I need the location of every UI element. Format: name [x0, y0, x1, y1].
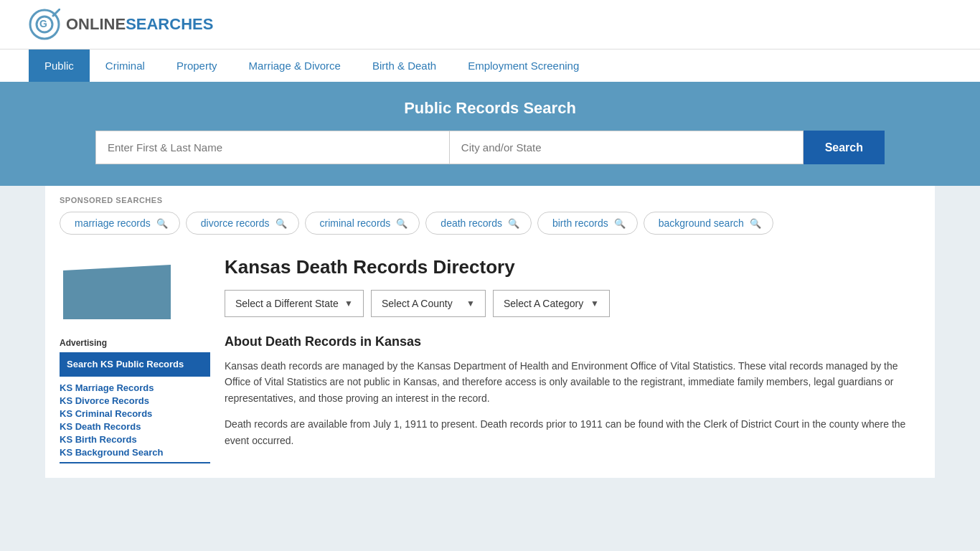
search-button[interactable]: Search: [804, 131, 885, 164]
sponsored-label: SPONSORED SEARCHES: [60, 196, 920, 204]
svg-text:G: G: [39, 18, 47, 29]
pill-background-text: background search: [659, 217, 744, 229]
state-dropdown-arrow: ▼: [344, 298, 353, 309]
logo-text: ONLINESEARCHES: [66, 15, 213, 34]
pill-criminal-text: criminal records: [320, 217, 391, 229]
advertising-label: Advertising: [60, 338, 210, 348]
nav-item-public[interactable]: Public: [29, 50, 90, 82]
pill-birth-records[interactable]: birth records 🔍: [537, 212, 638, 235]
ad-divider: [60, 462, 210, 463]
search-icon-criminal: 🔍: [396, 218, 407, 229]
sponsored-section: SPONSORED SEARCHES marriage records 🔍 di…: [45, 186, 935, 242]
svg-line-2: [53, 9, 60, 16]
directory-title: Kansas Death Records Directory: [225, 256, 920, 278]
search-icon-birth: 🔍: [614, 218, 626, 229]
hero-title: Public Records Search: [29, 99, 951, 118]
ad-link-birth[interactable]: KS Birth Records: [60, 434, 210, 445]
ad-box[interactable]: Search KS Public Records: [60, 352, 210, 377]
about-text-2: Death records are available from July 1,…: [225, 416, 920, 448]
pill-marriage-text: marriage records: [75, 217, 151, 229]
ad-link-background[interactable]: KS Background Search: [60, 447, 210, 458]
county-select[interactable]: Select A County: [382, 298, 461, 309]
nav-item-marriage-divorce[interactable]: Marriage & Divorce: [233, 50, 357, 82]
dropdowns: Select a Different State ▼ Select A Coun…: [225, 290, 920, 317]
nav-item-property[interactable]: Property: [161, 50, 233, 82]
ad-link-marriage[interactable]: KS Marriage Records: [60, 382, 210, 393]
location-input[interactable]: [449, 131, 804, 164]
hero-section: Public Records Search Search: [0, 82, 980, 186]
about-text-1: Kansas death records are managed by the …: [225, 358, 920, 406]
name-input[interactable]: [95, 131, 449, 164]
search-icon-divorce: 🔍: [275, 218, 287, 229]
pill-divorce-text: divorce records: [201, 217, 270, 229]
pill-background-search[interactable]: background search 🔍: [644, 212, 773, 235]
main-panel: Kansas Death Records Directory Select a …: [225, 256, 920, 463]
sponsored-pills: marriage records 🔍 divorce records 🔍 cri…: [60, 212, 920, 235]
svg-marker-4: [63, 265, 171, 319]
hero-search-bar: Search: [95, 131, 885, 164]
pill-criminal-records[interactable]: criminal records 🔍: [305, 212, 420, 235]
ad-links: KS Marriage Records KS Divorce Records K…: [60, 382, 210, 458]
ad-link-death[interactable]: KS Death Records: [60, 421, 210, 432]
nav-item-birth-death[interactable]: Birth & Death: [357, 50, 452, 82]
pill-marriage-records[interactable]: marriage records 🔍: [60, 212, 180, 235]
pill-birth-text: birth records: [552, 217, 608, 229]
category-dropdown-arrow: ▼: [590, 298, 599, 309]
search-icon-background: 🔍: [750, 218, 761, 229]
nav-item-employment[interactable]: Employment Screening: [452, 50, 595, 82]
main-nav: Public Criminal Property Marriage & Divo…: [0, 49, 980, 82]
nav-item-criminal[interactable]: Criminal: [90, 50, 161, 82]
category-dropdown[interactable]: Select A Category ▼: [493, 290, 610, 317]
left-panel: Advertising Search KS Public Records KS …: [60, 256, 210, 463]
ad-link-criminal[interactable]: KS Criminal Records: [60, 408, 210, 419]
county-dropdown-arrow: ▼: [466, 298, 475, 309]
search-icon-death: 🔍: [508, 218, 519, 229]
search-icon-marriage: 🔍: [156, 218, 168, 229]
pill-death-records[interactable]: death records 🔍: [425, 212, 532, 235]
kansas-map: [60, 256, 174, 328]
ad-link-divorce[interactable]: KS Divorce Records: [60, 395, 210, 406]
pill-divorce-records[interactable]: divorce records 🔍: [186, 212, 299, 235]
state-select[interactable]: Select a Different State: [235, 298, 339, 309]
state-dropdown[interactable]: Select a Different State ▼: [225, 290, 364, 317]
about-title: About Death Records in Kansas: [225, 334, 920, 349]
logo-icon: G: [29, 9, 60, 40]
directory-section: Advertising Search KS Public Records KS …: [45, 242, 935, 478]
category-select[interactable]: Select A Category: [504, 298, 585, 309]
county-dropdown[interactable]: Select A County ▼: [371, 290, 486, 317]
pill-death-text: death records: [440, 217, 502, 229]
logo: G ONLINESEARCHES: [29, 9, 213, 40]
